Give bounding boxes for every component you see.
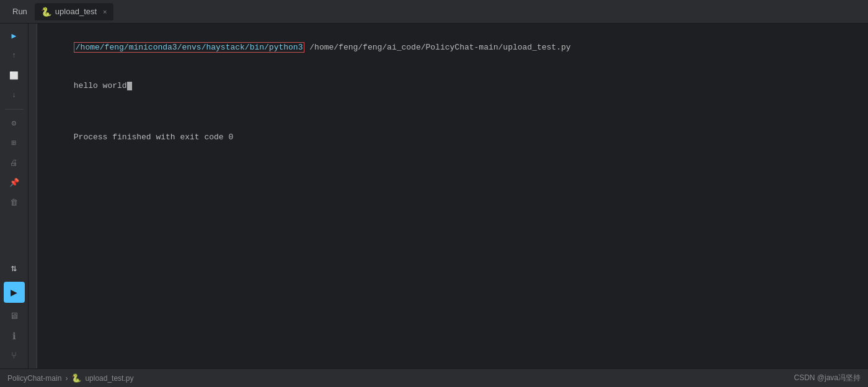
scroll-gutter: [29, 24, 37, 368]
console-command-line: /home/feng/miniconda3/envs/haystack/bin/…: [45, 28, 861, 67]
exit-message: Process finished with exit code 0: [74, 133, 233, 142]
exit-code-line: Process finished with exit code 0: [45, 119, 861, 157]
layout-icon[interactable]: ⊞: [6, 134, 23, 152]
python-icon: 🐍: [41, 7, 51, 17]
tab-run[interactable]: Run: [5, 3, 35, 20]
run-icon[interactable]: ▶: [6, 27, 23, 45]
blank-line: [45, 106, 861, 119]
tab-bar: Run 🐍 upload_test ×: [0, 0, 868, 24]
command-path-rest: /home/feng/feng/ai_code/PolicyChat-main/…: [304, 43, 570, 52]
sidebar-divider: [5, 109, 24, 110]
scroll-down-icon[interactable]: ↓: [6, 87, 23, 104]
command-path-highlighted: /home/feng/miniconda3/envs/haystack/bin/…: [74, 42, 305, 53]
settings-icon[interactable]: ⚙: [6, 115, 23, 132]
trash-icon[interactable]: 🗑: [6, 194, 23, 211]
stop-icon[interactable]: ⬜: [6, 67, 23, 84]
play-large-icon[interactable]: ▶: [4, 282, 25, 303]
status-left: PolicyChat-main › 🐍 upload_test.py: [7, 373, 133, 383]
status-filename: upload_test.py: [85, 374, 133, 383]
main-area: ▶ ↑ ⬜ ↓ ⚙ ⊞ 🖨 📌 🗑 ⇅ ▶ 🖥 ℹ ⑂ /home/feng/m…: [0, 24, 868, 368]
info-circle-icon[interactable]: ℹ: [6, 328, 23, 345]
tab-file-label: upload_test: [55, 7, 97, 16]
project-name: PolicyChat-main: [7, 374, 61, 383]
scroll-up-icon[interactable]: ↑: [6, 47, 23, 64]
print-icon[interactable]: 🖨: [6, 154, 23, 172]
hello-world-text: hello world: [74, 81, 127, 90]
sidebar: ▶ ↑ ⬜ ↓ ⚙ ⊞ 🖨 📌 🗑 ⇅ ▶ 🖥 ℹ ⑂: [0, 24, 29, 368]
console-output: /home/feng/miniconda3/envs/haystack/bin/…: [37, 24, 868, 368]
pin-icon[interactable]: 📌: [6, 174, 23, 191]
cursor: [127, 82, 132, 90]
breadcrumb-chevron: ›: [65, 374, 68, 383]
status-branding: CSDN @java冯坚持: [794, 373, 861, 383]
monitor-icon[interactable]: 🖥: [6, 308, 23, 325]
tab-close-button[interactable]: ×: [103, 8, 107, 15]
tab-file[interactable]: 🐍 upload_test ×: [35, 3, 113, 20]
status-bar: PolicyChat-main › 🐍 upload_test.py CSDN …: [0, 368, 868, 387]
status-python-icon: 🐍: [71, 373, 81, 383]
swap-icon[interactable]: ⇅: [6, 259, 23, 277]
hello-world-line: hello world: [45, 67, 861, 105]
git-icon[interactable]: ⑂: [6, 347, 23, 365]
